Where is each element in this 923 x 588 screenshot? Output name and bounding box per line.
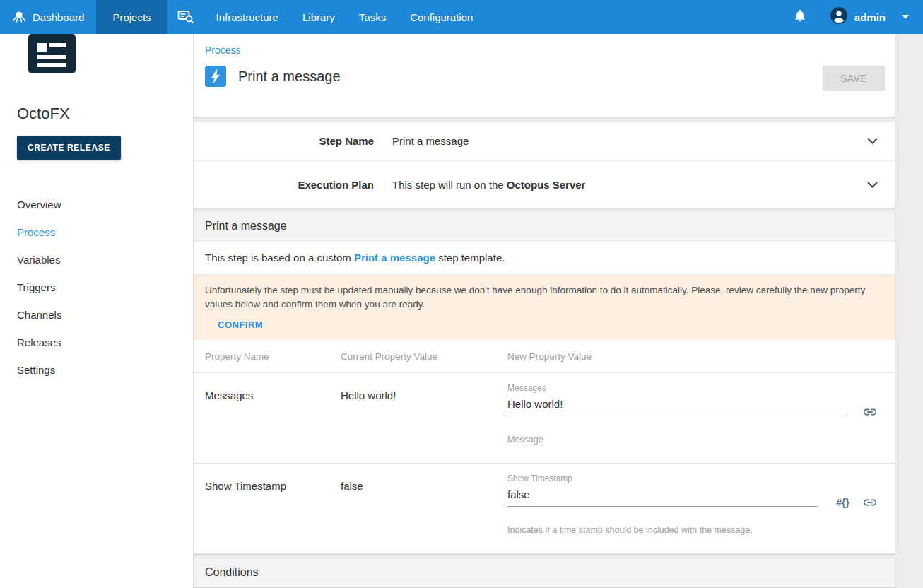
nav-infrastructure-label: Infrastructure [216, 11, 278, 23]
project-nav: Overview Process Variables Triggers Chan… [17, 191, 182, 384]
step-template-info: This step is based on a custom Print a m… [194, 241, 895, 275]
field-action-icons [844, 383, 883, 445]
property-row-messages: Messages Hello world! Messages Message [194, 373, 895, 464]
sidebar-item-releases[interactable]: Releases [17, 329, 182, 356]
bell-icon [793, 8, 807, 25]
user-menu[interactable]: admin [830, 6, 909, 28]
messages-field: Messages Message [507, 383, 844, 445]
nav-dashboard-label: Dashboard [33, 11, 84, 23]
field-action-icons: #{} [818, 474, 883, 535]
octopus-icon [12, 10, 26, 24]
show-timestamp-field-help: Indicates if a time stamp should be incl… [507, 525, 818, 535]
messages-field-label: Messages [507, 383, 844, 393]
confirm-button[interactable]: CONFIRM [218, 319, 263, 330]
update-warning-text: Unfortunately the step must be updated m… [205, 283, 883, 311]
update-warning-banner: Unfortunately the step must be updated m… [194, 275, 895, 340]
user-avatar-icon [830, 6, 848, 28]
sidebar-item-channels[interactable]: Channels [17, 301, 182, 329]
save-button[interactable]: SAVE [823, 66, 885, 91]
sidebar-item-triggers[interactable]: Triggers [17, 274, 182, 301]
breadcrumb-process[interactable]: Process [205, 45, 241, 56]
bind-variable-icon[interactable] [862, 404, 878, 420]
step-name-value: Print a message [392, 135, 867, 147]
nav-tasks-label: Tasks [359, 11, 386, 23]
nav-infrastructure[interactable]: Infrastructure [204, 0, 290, 34]
main-content: Process Print a message SAVE Step Name [194, 34, 923, 588]
chevron-down-icon[interactable] [867, 138, 878, 144]
step-name-expander[interactable]: Step Name Print a message [194, 122, 895, 161]
print-a-message-section: Print a message This step is based on a … [194, 212, 895, 554]
property-name: Messages [205, 383, 341, 445]
chevron-down-icon[interactable] [867, 182, 878, 188]
nav-dashboard[interactable]: Dashboard [0, 0, 96, 34]
nav-configuration-label: Configuration [410, 11, 473, 23]
execution-plan-label: Execution Plan [205, 179, 374, 191]
bind-variable-icon[interactable] [862, 495, 878, 510]
insert-variable-icon[interactable]: #{} [836, 495, 849, 510]
conditions-section: Conditions [194, 558, 895, 587]
property-table-header: Property Name Current Property Value New… [194, 340, 895, 373]
messages-field-help: Message [507, 435, 844, 445]
sidebar-item-process[interactable]: Process [17, 218, 182, 246]
show-timestamp-field: Show Timestamp Indicates if a time stamp… [507, 474, 818, 535]
nav-right-cluster: admin [783, 0, 923, 34]
sidebar-item-overview[interactable]: Overview [17, 191, 182, 218]
execution-plan-value: This step will run on the Octopus Server [392, 179, 867, 191]
show-timestamp-field-label: Show Timestamp [507, 474, 818, 483]
new-property-value-cell: Show Timestamp Indicates if a time stamp… [507, 474, 883, 535]
step-template-info-suffix: step template. [435, 252, 505, 264]
project-name: OctoFX [17, 105, 182, 123]
new-property-value-cell: Messages Message [507, 383, 883, 445]
sidebar-item-settings[interactable]: Settings [17, 356, 182, 384]
execution-plan-expander[interactable]: Execution Plan This step will run on the… [194, 161, 895, 208]
top-navigation: Dashboard Projects Infrastructure Librar… [0, 0, 923, 34]
property-row-show-timestamp: Show Timestamp false Show Timestamp Indi… [194, 464, 895, 554]
header-property-name: Property Name [205, 351, 341, 362]
notifications-button[interactable] [783, 8, 817, 25]
show-timestamp-input[interactable] [507, 483, 818, 507]
step-settings-card: Step Name Print a message Execution Plan… [194, 122, 895, 208]
step-section-header: Print a message [194, 212, 895, 241]
step-type-icon [205, 66, 226, 87]
conditions-header: Conditions [194, 558, 895, 587]
messages-input[interactable] [507, 393, 844, 416]
user-name: admin [854, 11, 886, 23]
execution-plan-text: This step will run on the [392, 179, 507, 191]
sidebar-item-variables[interactable]: Variables [17, 246, 182, 274]
page-title: Print a message [238, 69, 341, 85]
step-template-info-prefix: This step is based on a custom [205, 252, 354, 264]
project-sidebar: OctoFX CREATE RELEASE Overview Process V… [0, 34, 194, 588]
step-name-label: Step Name [205, 135, 374, 147]
search-icon [177, 8, 194, 25]
header-new-property-value: New Property Value [507, 351, 883, 362]
nav-projects[interactable]: Projects [96, 0, 167, 34]
nav-configuration[interactable]: Configuration [398, 0, 485, 34]
nav-projects-label: Projects [112, 11, 151, 23]
current-property-value: Hello world! [341, 383, 507, 445]
page-header-card: Process Print a message SAVE [194, 34, 895, 117]
octopus-app: Dashboard Projects Infrastructure Librar… [0, 0, 923, 588]
execution-plan-server: Octopus Server [507, 179, 586, 191]
nav-tasks[interactable]: Tasks [347, 0, 398, 34]
page-title-row: Print a message [205, 66, 885, 87]
nav-library-label: Library [302, 11, 335, 23]
caret-down-icon [902, 15, 909, 19]
create-release-button[interactable]: CREATE RELEASE [17, 136, 121, 160]
nav-library[interactable]: Library [290, 0, 347, 34]
header-current-property-value: Current Property Value [341, 351, 507, 362]
project-logo [28, 34, 76, 74]
current-property-value: false [341, 474, 507, 535]
property-name: Show Timestamp [205, 474, 341, 535]
nav-search[interactable] [167, 0, 204, 34]
step-template-link[interactable]: Print a message [354, 252, 435, 264]
